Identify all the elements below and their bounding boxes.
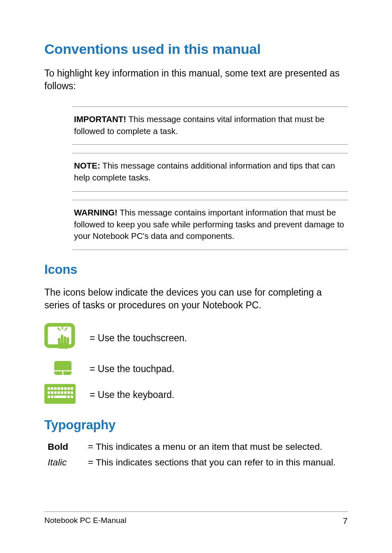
callout-label: WARNING! [74, 208, 118, 217]
icon-desc: = Use the keyboard. [90, 389, 174, 400]
icons-intro-text: The icons below indicate the devices you… [44, 286, 348, 312]
svg-rect-25 [61, 391, 63, 394]
svg-rect-29 [48, 396, 50, 398]
svg-rect-3 [67, 337, 69, 344]
icon-row-keyboard: = Use the keyboard. [44, 384, 348, 405]
svg-rect-30 [51, 396, 53, 398]
heading-conventions: Conventions used in this manual [44, 41, 348, 57]
typo-term: Bold [48, 442, 88, 452]
svg-rect-13 [48, 387, 50, 390]
svg-rect-23 [54, 391, 57, 394]
callout-text: This message contains additional informa… [74, 161, 335, 182]
icon-row-touchscreen: = Use the touchscreen. [44, 322, 348, 354]
touchscreen-icon [44, 322, 78, 354]
typo-desc: = This indicates a menu or an item that … [88, 442, 323, 452]
svg-rect-27 [67, 391, 70, 394]
svg-rect-33 [71, 396, 73, 398]
svg-rect-28 [71, 391, 73, 394]
intro-text: To highlight key information in this man… [44, 67, 348, 93]
typo-desc: = This indicates sections that you can r… [88, 457, 336, 468]
svg-rect-14 [51, 387, 53, 390]
footer-title: Notebook PC E-Manual [44, 516, 127, 526]
svg-line-7 [58, 328, 60, 330]
callout-important: IMPORTANT! This message contains vital i… [72, 106, 348, 145]
callout-group: IMPORTANT! This message contains vital i… [44, 106, 348, 250]
icon-desc: = Use the touchpad. [90, 363, 175, 375]
svg-rect-2 [64, 336, 66, 344]
heading-typography: Typography [44, 418, 348, 433]
touchpad-icon [54, 361, 71, 377]
svg-rect-24 [58, 391, 60, 394]
svg-line-8 [65, 328, 67, 330]
svg-rect-5 [58, 343, 69, 349]
typography-row-bold: Bold = This indicates a menu or an item … [44, 442, 348, 452]
svg-rect-18 [64, 387, 67, 390]
page-number: 7 [343, 516, 348, 526]
callout-label: NOTE: [74, 161, 100, 170]
svg-rect-31 [54, 396, 67, 398]
callout-warning: WARNING! This message contains important… [72, 200, 348, 250]
icon-row-touchpad: = Use the touchpad. [44, 361, 348, 377]
typography-row-italic: Italic = This indicates sections that yo… [44, 457, 348, 468]
keyboard-icon [44, 384, 76, 405]
svg-rect-1 [61, 335, 63, 344]
icon-desc: = Use the touchscreen. [90, 333, 187, 344]
heading-icons: Icons [44, 262, 348, 277]
callout-note: NOTE: This message contains additional i… [72, 153, 348, 191]
svg-rect-21 [48, 391, 50, 394]
callout-label: IMPORTANT! [74, 114, 126, 124]
svg-rect-20 [71, 387, 73, 390]
page-footer: Notebook PC E-Manual 7 [44, 511, 348, 526]
svg-rect-32 [67, 396, 70, 398]
svg-rect-26 [64, 391, 67, 394]
svg-rect-16 [58, 387, 60, 390]
typo-term: Italic [48, 457, 88, 468]
svg-rect-4 [58, 338, 60, 344]
svg-rect-17 [61, 387, 63, 390]
svg-rect-19 [67, 387, 70, 390]
svg-rect-22 [51, 391, 53, 394]
svg-rect-15 [54, 387, 57, 390]
